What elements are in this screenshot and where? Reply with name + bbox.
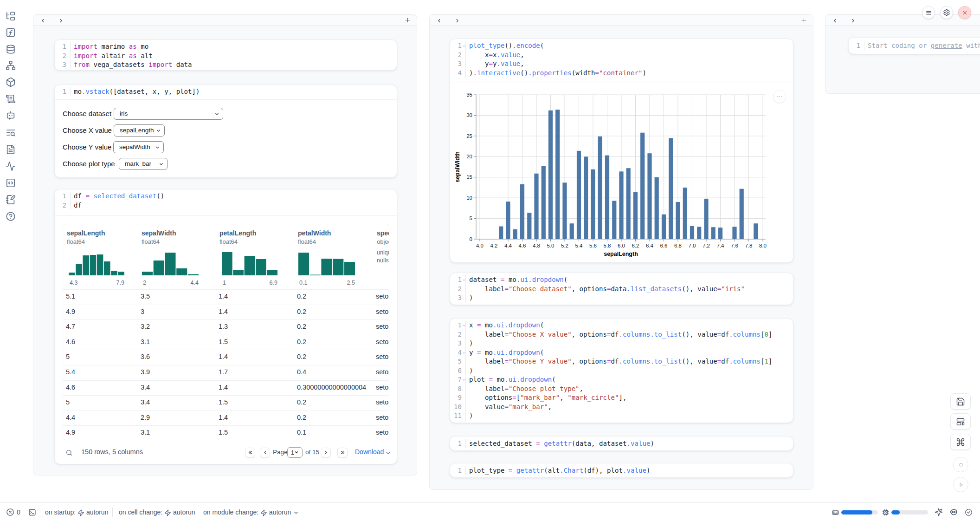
chart-menu[interactable]	[773, 90, 786, 103]
column-2: 1plot_type().encode(2 x=x.value,3 y=y.va…	[429, 14, 813, 490]
on-cell-change: on cell change: autorun	[119, 503, 195, 521]
svg-text:6.0: 6.0	[618, 243, 625, 248]
svg-text:sepalLength: sepalLength	[604, 251, 638, 257]
download[interactable]: Download	[355, 448, 384, 456]
svg-text:5.0: 5.0	[547, 243, 554, 248]
column-3: 1Start coding or generate with AI	[825, 14, 980, 94]
svg-text:4.4: 4.4	[504, 243, 512, 248]
sidebar-scroll[interactable]	[6, 94, 16, 104]
svg-text:sepalWidth: sepalWidth	[454, 151, 461, 182]
svg-text:10: 10	[466, 195, 472, 201]
sidebar-codesq[interactable]	[6, 178, 16, 188]
cell-plottype: 1plot_type = getattr(alt.Chart(df), plot…	[450, 463, 793, 478]
sidebar-net[interactable]	[6, 60, 16, 71]
svg-text:6.8: 6.8	[674, 243, 682, 248]
btn-cmd[interactable]	[950, 434, 971, 450]
status-bar: 0on startup: autorunon cell change: auto…	[0, 502, 980, 521]
df-footer: 150 rows, 5 columnsPage1of 15Download	[55, 446, 398, 460]
cpu	[882, 503, 889, 521]
cell-imports: 1import marimo as mo2import altair as al…	[54, 39, 397, 71]
svg-text:7.4: 7.4	[717, 243, 725, 248]
svg-text:4.0: 4.0	[476, 243, 484, 248]
svg-text:6.2: 6.2	[632, 243, 639, 248]
select-choose-y-value[interactable]: sepalWidth	[113, 141, 164, 153]
on-module-change: on module change: autorun	[203, 503, 299, 521]
select-choose-x-value[interactable]: sepalLength	[114, 124, 165, 137]
svg-text:6.4: 6.4	[646, 243, 654, 248]
pg-select[interactable]: 1	[287, 447, 303, 458]
select-choose-plot-type[interactable]: mark_bar	[119, 158, 168, 170]
connected[interactable]	[965, 503, 973, 521]
svg-text:8.0: 8.0	[759, 243, 767, 248]
sidebar-notep[interactable]	[6, 195, 16, 205]
pg-next[interactable]	[321, 448, 331, 457]
on-startup: on startup: autorun	[45, 503, 108, 521]
svg-text:4.6: 4.6	[519, 243, 526, 248]
sidebar-box[interactable]	[6, 77, 16, 87]
btn-close[interactable]	[958, 6, 971, 19]
sidebar-act[interactable]	[6, 161, 16, 171]
svg-text:5.6: 5.6	[589, 243, 597, 248]
btn-run[interactable]	[953, 477, 968, 492]
svg-text:15: 15	[466, 174, 472, 180]
svg-text:4.2: 4.2	[490, 243, 498, 248]
sidebar-tree[interactable]	[6, 11, 16, 21]
btn-layout[interactable]	[950, 413, 971, 430]
svg-text:7.2: 7.2	[703, 243, 710, 248]
svg-text:4.8: 4.8	[533, 243, 540, 248]
sidebar	[0, 0, 22, 232]
btn-menu[interactable]	[922, 6, 935, 19]
sidebar-doc[interactable]	[6, 144, 16, 155]
svg-text:7.6: 7.6	[731, 243, 738, 248]
svg-text:0: 0	[470, 236, 472, 242]
marimo-notebook: 1import marimo as mo2import altair as al…	[0, 0, 980, 521]
pg-first[interactable]	[245, 448, 255, 457]
svg-text:30: 30	[466, 112, 472, 118]
column-2-header	[430, 15, 813, 26]
btn-settings[interactable]	[940, 6, 953, 19]
cell-df: 1df = selected_dataset()2dfsepalLengthfl…	[54, 189, 397, 464]
svg-text:25: 25	[466, 133, 472, 139]
btn-save[interactable]	[950, 393, 971, 410]
svg-text:5: 5	[470, 215, 472, 221]
column-1-header	[33, 15, 417, 26]
svg-text:5.8: 5.8	[604, 243, 611, 248]
btn-stop[interactable]	[953, 457, 968, 472]
column-1: 1import marimo as mo2import altair as al…	[33, 14, 417, 475]
sidebar-lsearch[interactable]	[6, 128, 16, 138]
errors: 0	[6, 503, 20, 521]
svg-text:35: 35	[466, 92, 472, 98]
sidebar-help[interactable]	[6, 211, 16, 221]
svg-text:5.2: 5.2	[561, 243, 568, 248]
cell-xyplot: 1x = mo.ui.dropdown(2 label="Choose X va…	[450, 318, 793, 423]
ai[interactable]	[935, 503, 943, 521]
cell-chart: 1plot_type().encode(2 x=x.value,3 y=y.va…	[450, 39, 793, 263]
sidebar-bot[interactable]	[6, 111, 16, 121]
ram	[832, 503, 839, 521]
pg-prev[interactable]	[260, 448, 270, 457]
cell-empty: 1Start coding or generate with AI	[848, 37, 980, 54]
terminal[interactable]	[28, 503, 36, 521]
cell-selected: 1selected_dataset = getattr(data, datase…	[450, 436, 793, 451]
svg-text:20: 20	[466, 154, 472, 159]
cell-vstack: 1mo.vstack([dataset, x, y, plot])Choose …	[54, 85, 397, 178]
svg-text:5.4: 5.4	[575, 243, 583, 248]
select-choose-dataset[interactable]: iris	[114, 108, 223, 120]
df-table: sepalLengthfloat64sepalWidthfloat64petal…	[63, 224, 389, 440]
copilot[interactable]	[949, 503, 958, 521]
pg-last[interactable]	[337, 448, 348, 457]
cell-dataset: 1dataset = mo.ui.dropdown(2 label="Choos…	[450, 273, 793, 305]
sidebar-fnsq[interactable]	[6, 27, 16, 38]
sidebar-db[interactable]	[6, 44, 16, 54]
svg-text:6.6: 6.6	[660, 243, 668, 248]
svg-text:7.0: 7.0	[689, 243, 696, 248]
column-3-header	[825, 15, 980, 26]
svg-text:7.8: 7.8	[745, 243, 753, 248]
